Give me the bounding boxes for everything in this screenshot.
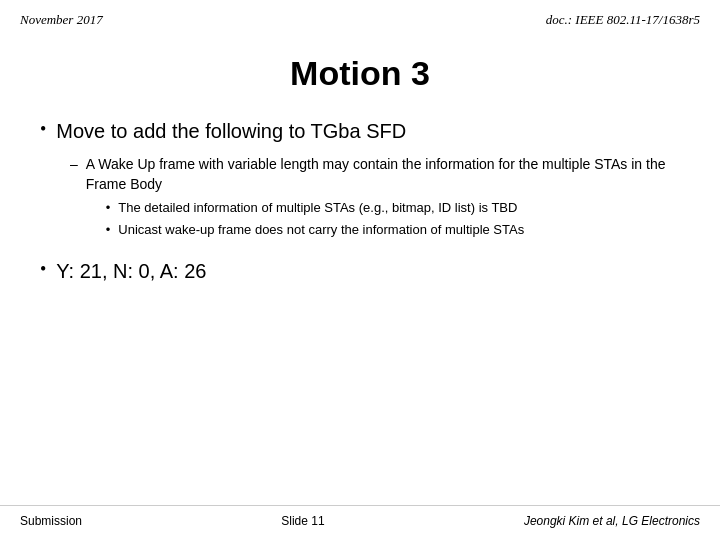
sub-bullet-section: – A Wake Up frame with variable length m… [70,154,680,244]
sub-sub-dot-2: • [106,221,111,240]
title-section: Motion 3 [0,36,720,113]
slide-header: November 2017 doc.: IEEE 802.11-17/1638r… [0,0,720,36]
bullet-2-dot: • [40,258,46,281]
slide-title: Motion 3 [20,54,700,93]
bullet-2-text: Y: 21, N: 0, A: 26 [56,258,206,284]
content-section: • Move to add the following to TGba SFD … [0,113,720,294]
sub-sub-bullet-2: • Unicast wake-up frame does not carry t… [106,221,680,240]
bullet-1-dot: • [40,118,46,141]
sub-bullet-text: A Wake Up frame with variable length may… [86,156,666,192]
header-date: November 2017 [20,12,103,28]
footer-author: Jeongki Kim et al, LG Electronics [524,514,700,528]
footer-slide: Slide 11 [281,514,324,528]
slide-footer: Submission Slide 11 Jeongki Kim et al, L… [0,505,720,540]
sub-sub-dot-1: • [106,199,111,218]
slide-container: November 2017 doc.: IEEE 802.11-17/1638r… [0,0,720,540]
header-doc: doc.: IEEE 802.11-17/1638r5 [546,12,700,28]
sub-sub-bullet-1: • The detailed information of multiple S… [106,199,680,218]
bullet-1: • Move to add the following to TGba SFD [40,118,680,144]
sub-sub-text-2: Unicast wake-up frame does not carry the… [118,221,524,240]
bullet-2: • Y: 21, N: 0, A: 26 [40,258,680,284]
footer-submission: Submission [20,514,82,528]
sub-bullet-dash: – [70,154,78,174]
sub-bullet-1: – A Wake Up frame with variable length m… [70,154,680,244]
sub-bullet-content: A Wake Up frame with variable length may… [86,154,680,244]
sub-sub-text-1: The detailed information of multiple STA… [118,199,517,218]
bullet-1-text: Move to add the following to TGba SFD [56,118,406,144]
sub-sub-bullets: • The detailed information of multiple S… [106,199,680,241]
